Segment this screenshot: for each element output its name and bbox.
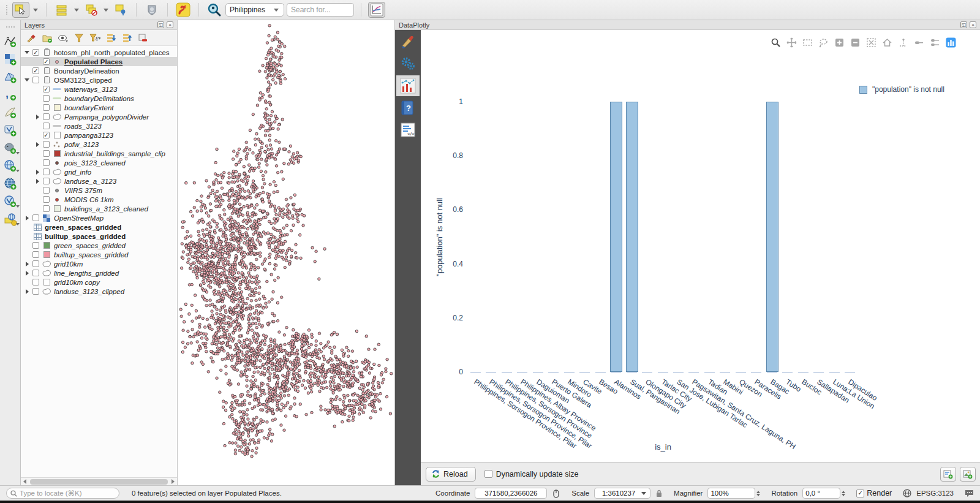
layer-visibility-checkbox[interactable]: [32, 279, 39, 286]
dataplotly-float-button[interactable]: ◱: [960, 21, 967, 28]
layer-item[interactable]: buildings_a_3123_cleaned: [21, 204, 177, 213]
expander-icon[interactable]: [24, 262, 30, 267]
expander-icon[interactable]: [34, 179, 40, 184]
render-box[interactable]: ✓: [856, 490, 864, 497]
layer-visibility-checkbox[interactable]: [43, 187, 50, 194]
attribute-bars-button[interactable]: [53, 2, 70, 18]
layer-visibility-checkbox[interactable]: [32, 214, 39, 221]
layer-item[interactable]: grid10km copy: [21, 278, 177, 287]
layer-item[interactable]: green_spaces_gridded: [21, 222, 177, 232]
manage-map-themes-icon[interactable]: [58, 32, 69, 43]
add-wms-layer-button[interactable]: [2, 159, 18, 173]
expander-icon[interactable]: [24, 78, 30, 81]
layers-horizontal-scrollbar[interactable]: [21, 477, 177, 485]
search-input[interactable]: [287, 3, 354, 17]
crs-globe-icon[interactable]: [903, 489, 911, 497]
tab-plot-style[interactable]: [396, 31, 420, 52]
dataplotly-toggle-button[interactable]: [368, 2, 385, 18]
layer-item[interactable]: green_spaces_gridded: [21, 241, 177, 250]
add-virtual-layer-button[interactable]: [2, 212, 18, 227]
layer-item[interactable]: OpenStreetMap: [21, 213, 177, 222]
layer-item[interactable]: MODIS C6 1km: [21, 195, 177, 204]
layer-visibility-checkbox[interactable]: ✓: [32, 67, 39, 74]
locate-input[interactable]: [20, 490, 111, 497]
select-features-button[interactable]: [12, 2, 29, 18]
layer-visibility-checkbox[interactable]: [32, 288, 39, 295]
attribute-dropdown[interactable]: [74, 9, 79, 12]
save-plot-html-button[interactable]: [940, 467, 956, 482]
layer-visibility-checkbox[interactable]: ✓: [32, 49, 39, 56]
magnifier-spinbox[interactable]: [707, 488, 760, 499]
collapse-all-icon[interactable]: [121, 32, 132, 43]
copy-features-button[interactable]: [83, 2, 100, 18]
add-wfs-layer-button[interactable]: [2, 194, 18, 209]
layers-close-button[interactable]: ×: [167, 21, 173, 28]
copy-dropdown[interactable]: [104, 9, 108, 12]
expander-icon[interactable]: [24, 216, 30, 221]
layer-item[interactable]: line_lengths_gridded: [21, 268, 177, 278]
scale-combobox[interactable]: 1:3610237: [594, 488, 650, 499]
rotation-input[interactable]: [802, 488, 840, 499]
layer-visibility-checkbox[interactable]: [32, 242, 39, 249]
filter-by-expression-icon[interactable]: ε: [89, 32, 100, 43]
layer-item[interactable]: OSM3123_clipped: [21, 75, 177, 85]
add-spatialite-layer-button[interactable]: [2, 123, 18, 138]
layer-visibility-checkbox[interactable]: [32, 270, 39, 276]
layer-item[interactable]: grid_info: [21, 167, 177, 176]
layer-visibility-checkbox[interactable]: [43, 141, 50, 148]
layer-visibility-checkbox[interactable]: [43, 178, 50, 184]
dynamic-update-checkbox[interactable]: Dynamically update size: [484, 470, 579, 478]
expander-icon[interactable]: [34, 115, 40, 119]
layer-item[interactable]: ✓BoundaryDelineation: [21, 66, 177, 75]
layer-visibility-checkbox[interactable]: [32, 77, 39, 83]
messages-bubble-icon[interactable]: [965, 490, 974, 497]
layer-item[interactable]: boundaryDelimitations: [21, 94, 177, 103]
layer-visibility-checkbox[interactable]: [43, 168, 50, 175]
layer-visibility-checkbox[interactable]: [43, 123, 50, 129]
layer-item[interactable]: ✓pampanga3123: [21, 130, 177, 140]
rotation-steppers[interactable]: [842, 491, 845, 496]
layer-visibility-checkbox[interactable]: [32, 251, 39, 258]
layer-visibility-checkbox[interactable]: [43, 196, 50, 203]
rotation-spinbox[interactable]: [802, 488, 845, 499]
tab-plot-canvas[interactable]: [396, 75, 420, 96]
expander-icon[interactable]: [24, 271, 30, 276]
add-raster-layer-button[interactable]: [2, 52, 18, 67]
layer-item[interactable]: VIIRS 375m: [21, 186, 177, 195]
coordinate-input[interactable]: [475, 488, 547, 499]
layer-item[interactable]: grid10km: [21, 259, 177, 268]
magnifier-input[interactable]: [707, 488, 755, 499]
magnifier-steppers[interactable]: [756, 491, 760, 496]
region-selector[interactable]: Philippines: [225, 3, 284, 17]
add-vector-layer-button[interactable]: [2, 34, 18, 49]
layer-visibility-checkbox[interactable]: [43, 205, 50, 212]
osm-route-button[interactable]: [175, 2, 192, 18]
layers-float-button[interactable]: ◱: [157, 21, 164, 28]
tab-plot-settings[interactable]: [396, 53, 420, 74]
scrollbar-thumb[interactable]: [30, 479, 168, 485]
add-group-icon[interactable]: [42, 32, 53, 43]
layer-item[interactable]: roads_3123: [21, 121, 177, 130]
expand-all-icon[interactable]: [105, 32, 116, 43]
dataplotly-close-button[interactable]: ×: [970, 21, 976, 28]
expander-icon[interactable]: [24, 51, 30, 54]
remove-layer-icon[interactable]: [137, 32, 148, 43]
chart-legend[interactable]: "population" is not null: [859, 85, 944, 94]
geocoder-magnifier-button[interactable]: [206, 2, 223, 18]
reload-button[interactable]: Reload: [426, 467, 476, 482]
layer-item[interactable]: builtup_spaces_gridded: [21, 232, 177, 241]
map-pin-note-button[interactable]: [112, 2, 129, 18]
map-canvas[interactable]: [178, 20, 394, 485]
lock-scale-icon[interactable]: [655, 489, 663, 497]
scroll-right-arrow[interactable]: [172, 479, 175, 484]
expander-icon[interactable]: [34, 142, 40, 147]
layer-item[interactable]: ✓hotosm_phl_north_populated_places: [21, 48, 177, 57]
layer-visibility-checkbox[interactable]: ✓: [43, 86, 50, 93]
expander-icon[interactable]: [24, 289, 30, 294]
layer-item[interactable]: Pampanga_polygonDivider: [21, 112, 177, 121]
layer-item[interactable]: landuse_a_3123: [21, 176, 177, 186]
layer-visibility-checkbox[interactable]: ✓: [43, 132, 50, 138]
add-mesh-layer-button[interactable]: [2, 70, 18, 85]
layer-item[interactable]: industrial_buildings_sample_clip: [21, 149, 177, 158]
layer-visibility-checkbox[interactable]: [43, 104, 50, 111]
